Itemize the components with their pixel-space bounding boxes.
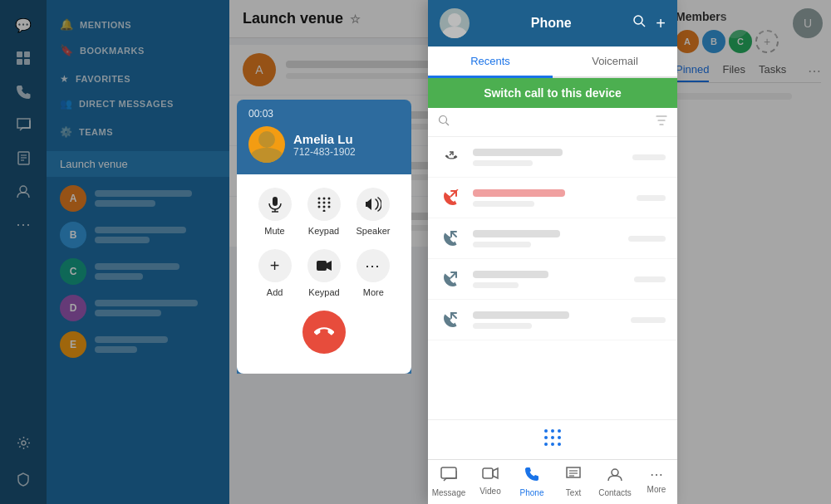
video-keypad-label: Keypad: [308, 287, 339, 297]
channel-title: Launch venue ☆: [243, 10, 361, 27]
grid-icon[interactable]: [720, 8, 750, 38]
phone-nav-icon: [524, 467, 539, 486]
more-nav-icon: ⋯: [650, 467, 663, 482]
phone-panel: Phone + Recents Voicemail Switch call to…: [428, 0, 677, 504]
nav-video[interactable]: Video: [470, 460, 511, 504]
add-call-button[interactable]: + Add: [258, 249, 292, 297]
nav-contacts[interactable]: Contacts: [594, 460, 636, 504]
channel-member-row[interactable]: A: [47, 180, 229, 217]
video-icon: [307, 249, 341, 282]
member-avatar: D: [60, 295, 86, 321]
bookmarks-item[interactable]: 🔖 BOOKMARKS: [47, 37, 229, 63]
channel-member-row[interactable]: D: [47, 290, 229, 326]
recent-call-time: [628, 236, 666, 242]
launch-venue-channel[interactable]: Launch venue: [47, 151, 229, 177]
recent-call-item[interactable]: [428, 259, 677, 300]
nav-more[interactable]: ⋯ More: [636, 460, 677, 504]
more-options-icon[interactable]: ⋯: [808, 63, 821, 82]
channel-member-row[interactable]: B: [47, 217, 229, 253]
svg-point-26: [327, 206, 330, 208]
end-call-button[interactable]: [302, 311, 346, 354]
sidebar-icon-more[interactable]: ⋯: [8, 209, 38, 239]
svg-point-9: [22, 441, 26, 445]
svg-point-27: [322, 210, 325, 213]
outgoing-call-icon: [440, 227, 463, 250]
mute-label: Mute: [264, 226, 284, 236]
call-controls-row-1: Mute Keypad Speaker: [250, 188, 398, 236]
add-icon[interactable]: +: [756, 8, 786, 38]
nav-phone[interactable]: Phone: [511, 460, 553, 504]
sidebar-icon-contacts[interactable]: [8, 176, 38, 206]
members-tabs: Pinned Files Tasks ⋯: [676, 63, 821, 83]
sidebar-icon-notes[interactable]: [8, 143, 38, 173]
phone-search-icon[interactable]: [632, 14, 646, 33]
mentions-item[interactable]: 🔔 MENTIONS: [47, 12, 229, 37]
keypad-button[interactable]: Keypad: [307, 188, 341, 236]
favorites-item[interactable]: ★ FAVORITES: [47, 66, 229, 91]
phone-bottom-nav: Message Video Phone Text Contacts: [428, 459, 677, 504]
recent-call-item[interactable]: [428, 137, 677, 178]
svg-rect-0: [17, 51, 22, 57]
more-icon: ⋯: [356, 249, 390, 282]
sidebar-icon-chat[interactable]: 💬: [8, 10, 38, 40]
nav-text[interactable]: Text: [553, 460, 594, 504]
svg-point-23: [327, 202, 330, 204]
recent-call-time: [632, 154, 666, 160]
channel-member-row[interactable]: C: [47, 253, 229, 290]
phone-search-bar: [428, 108, 677, 137]
recent-call-time: [631, 317, 666, 323]
switch-call-banner[interactable]: Switch call to this device: [428, 78, 677, 108]
tab-voicemail[interactable]: Voicemail: [553, 46, 677, 76]
svg-point-47: [551, 443, 554, 446]
sidebar-icon-settings[interactable]: [8, 428, 38, 458]
sidebar-icon-teams[interactable]: [8, 43, 38, 73]
sidebar-icon-messages[interactable]: [8, 110, 38, 139]
open-keypad-button[interactable]: [428, 419, 677, 459]
tab-tasks[interactable]: Tasks: [759, 63, 786, 82]
video-button[interactable]: Keypad: [307, 249, 341, 297]
svg-rect-3: [24, 59, 30, 65]
phone-add-icon[interactable]: +: [656, 14, 666, 33]
filter-icon[interactable]: [656, 115, 667, 130]
svg-point-40: [544, 429, 548, 433]
tab-recents[interactable]: Recents: [428, 46, 553, 78]
svg-point-29: [448, 13, 461, 27]
direct-messages-item[interactable]: 👥 DIRECT MESSAGES: [47, 91, 229, 116]
svg-point-45: [558, 436, 561, 439]
phone-tabs: Recents Voicemail: [428, 46, 677, 78]
more-button[interactable]: ⋯ More: [356, 249, 390, 297]
teams-item[interactable]: ⚙️ TEAMS: [47, 120, 229, 144]
message-nav-icon: [440, 467, 457, 486]
svg-point-41: [551, 429, 554, 433]
contacts-nav-label: Contacts: [598, 488, 631, 497]
tab-files[interactable]: Files: [722, 63, 745, 82]
right-panel: Members A B C + Pinned Files Tasks ⋯: [665, 0, 831, 504]
recent-call-item[interactable]: [428, 218, 677, 259]
keypad-icon: [307, 188, 341, 221]
svg-line-33: [446, 123, 450, 126]
call-contact-details: Amelia Lu 712-483-1902: [293, 132, 356, 158]
sidebar-icon-security[interactable]: [8, 464, 38, 494]
star-icon[interactable]: ☆: [350, 12, 361, 26]
svg-rect-50: [483, 468, 493, 478]
svg-point-44: [551, 436, 554, 439]
recent-call-time: [634, 276, 666, 282]
incoming-call-icon: [440, 267, 463, 291]
keypad-grid-icon: [436, 428, 669, 451]
recent-call-item[interactable]: [428, 300, 677, 340]
recent-call-info: [473, 311, 621, 329]
sidebar-icon-phone[interactable]: [8, 76, 38, 106]
text-nav-icon: [566, 467, 581, 486]
svg-rect-11: [735, 17, 740, 22]
search-input[interactable]: [456, 116, 649, 129]
user-avatar-top[interactable]: U: [793, 8, 823, 38]
recent-call-item[interactable]: [428, 178, 677, 218]
mute-icon: [258, 188, 292, 221]
nav-message[interactable]: Message: [428, 460, 470, 504]
channel-member-row[interactable]: E: [47, 326, 229, 363]
tab-pinned[interactable]: Pinned: [676, 63, 709, 82]
speaker-button[interactable]: Speaker: [356, 188, 391, 236]
member-avatar-sm: A: [676, 30, 699, 53]
mute-button[interactable]: Mute: [258, 188, 292, 236]
recent-calls-list: [428, 137, 677, 419]
